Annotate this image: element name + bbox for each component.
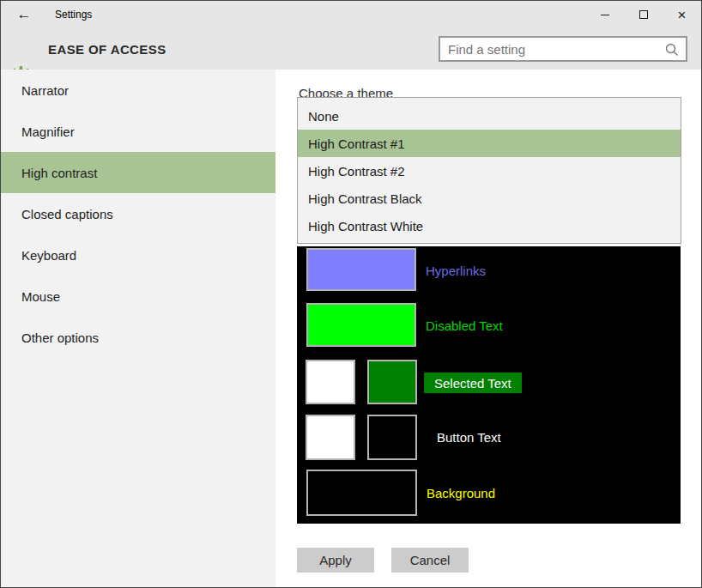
titlebar: ← Settings × (1, 1, 701, 28)
minimize-icon (601, 15, 609, 15)
search-input[interactable] (440, 38, 686, 60)
disabled-text-swatch (306, 303, 416, 347)
button-text-bg-swatch (367, 415, 417, 460)
sidebar-item-mouse[interactable]: Mouse (1, 276, 275, 317)
theme-dropdown: None High Contrast #1 High Contrast #2 H… (297, 97, 681, 244)
maximize-icon (639, 10, 648, 19)
window-title: Settings (55, 1, 92, 28)
disabled-text-label: Disabled Text (426, 318, 503, 333)
content-area: Choose a theme None High Contrast #1 Hig… (275, 70, 701, 587)
back-arrow-icon: ← (17, 6, 32, 23)
sidebar-item-keyboard[interactable]: Keyboard (1, 234, 275, 276)
selected-text-fg-swatch (306, 360, 355, 404)
cancel-button[interactable]: Cancel (391, 548, 469, 573)
maximize-button[interactable] (624, 1, 663, 28)
sidebar-item-narrator[interactable]: Narrator (1, 70, 275, 111)
hyperlinks-label: Hyperlinks (426, 264, 486, 278)
selected-text-bg-swatch (367, 360, 417, 404)
dropdown-option-high-contrast-2[interactable]: High Contrast #2 (298, 157, 681, 185)
background-label: Background (427, 486, 495, 500)
minimize-button[interactable] (585, 1, 624, 28)
button-text-label: Button Text (437, 430, 501, 445)
settings-window: ← Settings × (0, 0, 702, 588)
window-controls: × (585, 1, 701, 28)
close-icon: × (678, 8, 687, 22)
search-box (439, 36, 687, 62)
hyperlinks-swatch (306, 248, 416, 291)
theme-preview-panel: Hyperlinks Disabled Text Selected Text B… (297, 246, 681, 524)
selected-text-label: Selected Text (424, 373, 522, 393)
sidebar-item-closed-captions[interactable]: Closed captions (1, 193, 275, 234)
sidebar-item-magnifier[interactable]: Magnifier (1, 111, 275, 152)
page-title: EASE OF ACCESS (48, 28, 166, 70)
back-button[interactable]: ← (9, 1, 39, 28)
dropdown-option-none[interactable]: None (298, 102, 681, 130)
button-text-fg-swatch (306, 415, 355, 460)
search-icon[interactable] (664, 42, 680, 61)
dropdown-option-high-contrast-white[interactable]: High Contrast White (298, 212, 681, 239)
sidebar: Narrator Magnifier High contrast Closed … (1, 70, 275, 587)
dropdown-option-high-contrast-black[interactable]: High Contrast Black (298, 185, 681, 212)
dropdown-option-high-contrast-1[interactable]: High Contrast #1 (298, 130, 681, 157)
close-button[interactable]: × (663, 1, 701, 28)
background-swatch (306, 470, 417, 516)
sidebar-item-other-options[interactable]: Other options (1, 317, 275, 358)
apply-button[interactable]: Apply (297, 548, 374, 573)
sidebar-item-high-contrast[interactable]: High contrast (1, 152, 275, 193)
